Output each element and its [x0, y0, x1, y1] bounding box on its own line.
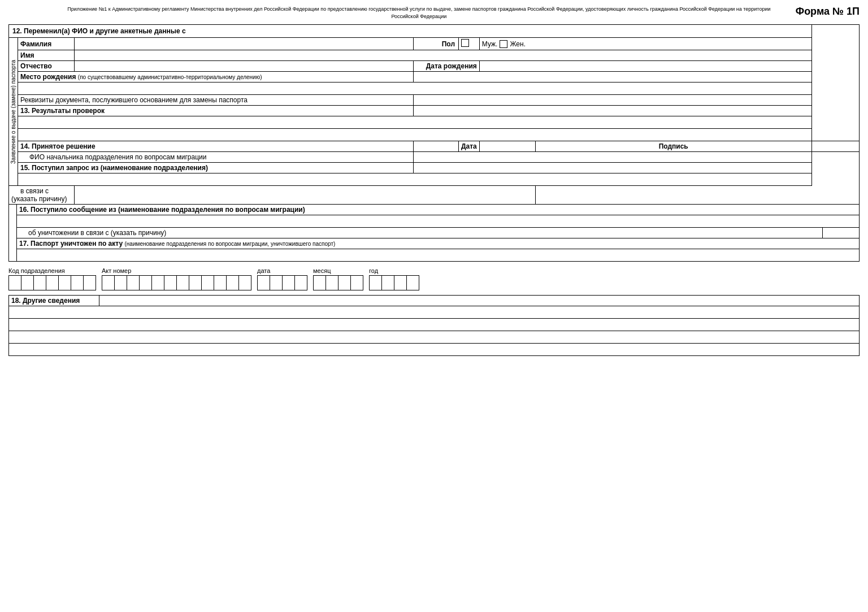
imya-label: Имя — [18, 50, 75, 61]
section18-title: 18. Другие сведения — [9, 296, 99, 306]
section13-title: 13. Результаты проверок — [18, 106, 414, 116]
kod-cell-7[interactable] — [84, 276, 96, 290]
section14-title: 14. Принятое решение — [18, 141, 414, 152]
section17-row: 17. Паспорт уничтожен по акту (наименова… — [9, 238, 860, 249]
main-form-table-2: 16. Поступило сообщение из (наименование… — [8, 204, 860, 262]
mesto-row: Место рождения (по существовавшему админ… — [9, 72, 860, 83]
header: Приложение №1 к Административному реглам… — [8, 6, 860, 20]
kod-cell-5[interactable] — [59, 276, 71, 290]
akt-cell-11[interactable] — [227, 276, 239, 290]
data-block: дата — [257, 267, 307, 290]
form-number: Форма № 1П — [796, 6, 860, 18]
muzh-checkbox[interactable] — [461, 39, 469, 47]
god-label: год — [369, 267, 419, 274]
akt-cell-6[interactable] — [164, 276, 177, 290]
kod-cell-1[interactable] — [9, 276, 21, 290]
podpis-value — [811, 141, 859, 152]
section17-content: 17. Паспорт уничтожен по акту (наименова… — [17, 238, 860, 249]
kod-block: Код подразделения — [8, 267, 96, 290]
header-text: Приложение №1 к Административному реглам… — [54, 6, 784, 20]
data-label-bottom: дата — [257, 267, 307, 274]
akt-cells-table — [102, 275, 251, 290]
akt-cell-8[interactable] — [189, 276, 202, 290]
mesyac-label: месяц — [313, 267, 363, 274]
mesyac-cell-1[interactable] — [314, 276, 326, 290]
otchestvo-value — [75, 61, 414, 72]
god-cell-1[interactable] — [370, 276, 382, 290]
gender-options: Муж. Жен. — [479, 38, 811, 50]
akt-label: Акт номер — [102, 267, 251, 274]
akt-cell-5[interactable] — [152, 276, 164, 290]
section15-title: 15. Поступил запрос из (наименование под… — [18, 163, 414, 173]
akt-cell-2[interactable] — [115, 276, 127, 290]
muzh-label: Муж. — [482, 40, 498, 48]
god-cell-2[interactable] — [382, 276, 394, 290]
section18-empty-2 — [9, 319, 860, 331]
empty-row-1 — [9, 83, 860, 95]
section18-empty-4 — [9, 344, 860, 356]
empty-row-2 — [9, 116, 860, 129]
kod-cell-6[interactable] — [71, 276, 84, 290]
data-cells-table — [257, 275, 307, 290]
data-cell-2[interactable] — [270, 276, 283, 290]
akt-cell-4[interactable] — [140, 276, 152, 290]
familiya-value — [75, 38, 414, 50]
akt-cell-7[interactable] — [177, 276, 189, 290]
akt-cell-12[interactable] — [239, 276, 251, 290]
section15-value — [414, 163, 812, 173]
god-cell-4[interactable] — [407, 276, 419, 290]
mesto-label-bold: Место рождения — [20, 73, 76, 81]
data-label: Дата — [459, 141, 480, 152]
akt-cell-10[interactable] — [214, 276, 227, 290]
imya-row: Имя — [9, 50, 860, 61]
mesyac-cell-3[interactable] — [338, 276, 351, 290]
data-value — [479, 141, 535, 152]
mesyac-cell-4[interactable] — [351, 276, 363, 290]
zhen-checkbox[interactable] — [500, 40, 507, 48]
empty-row-4 — [9, 173, 860, 186]
rekvizity-row: Реквизиты документа, послужившего основа… — [9, 95, 860, 106]
kod-cell-3[interactable] — [34, 276, 46, 290]
empty-row-3 — [9, 129, 860, 141]
main-form-table: 12. Переменил(а) ФИО и другие анкетные д… — [8, 24, 860, 205]
rotated-label-cell: Заявление о выдаче (замене) паспорта — [9, 38, 18, 186]
akt-block: Акт номер — [102, 267, 251, 290]
data-cell-4[interactable] — [295, 276, 307, 290]
mesto-value — [414, 72, 812, 83]
pol-label: Пол — [414, 38, 459, 50]
data-rozhdeniya-label: Дата рождения — [414, 61, 480, 72]
zhen-label: Жен. — [510, 40, 526, 48]
unichtozh-label: об уничтожении в связи с (указать причин… — [17, 228, 823, 238]
akt-cell-1[interactable] — [102, 276, 115, 290]
section15-row: 15. Поступил запрос из (наименование под… — [9, 163, 860, 173]
mesyac-cell-2[interactable] — [326, 276, 338, 290]
rekvizity-label: Реквизиты документа, послужившего основа… — [18, 95, 414, 106]
section18-value — [99, 296, 860, 306]
rekvizity-value — [414, 95, 812, 106]
god-cell-3[interactable] — [394, 276, 407, 290]
data-cell-3[interactable] — [283, 276, 295, 290]
akt-cell-3[interactable] — [127, 276, 140, 290]
section13-value — [414, 106, 812, 116]
rotated-label-cell-2 — [9, 205, 17, 262]
section12-title-row: 12. Переменил(а) ФИО и другие анкетные д… — [9, 25, 860, 38]
section18-empty-3 — [9, 331, 860, 344]
god-block: год — [369, 267, 419, 290]
empty-row-5 — [9, 215, 860, 228]
mesto-note: (по существовавшему административно-терр… — [78, 74, 262, 80]
akt-cell-9[interactable] — [202, 276, 214, 290]
kod-label: Код подразделения — [8, 267, 96, 274]
mesyac-block: месяц — [313, 267, 363, 290]
otchestvo-row: Отчество Дата рождения — [9, 61, 860, 72]
familiya-row: Заявление о выдаче (замене) паспорта Фам… — [9, 38, 860, 50]
section18-title-row: 18. Другие сведения — [9, 296, 860, 306]
section13-row: 13. Результаты проверок — [9, 106, 860, 116]
god-cells-table — [369, 275, 419, 290]
section18-empty-1 — [9, 306, 860, 319]
fio-nachalnika-row: ФИО начальника подразделения по вопросам… — [9, 152, 860, 163]
podpis-label: Подпись — [535, 141, 811, 152]
data-cell-1[interactable] — [258, 276, 270, 290]
kod-cell-2[interactable] — [21, 276, 34, 290]
kod-cell-4[interactable] — [46, 276, 59, 290]
section14-row: 14. Принятое решение Дата Подпись — [9, 141, 860, 152]
